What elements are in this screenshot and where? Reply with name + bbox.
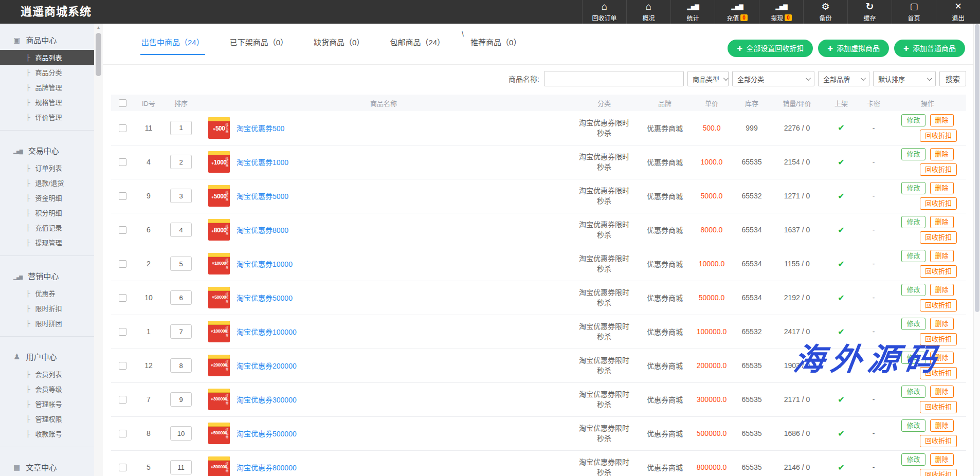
sidebar-scrollbar[interactable] xyxy=(94,24,103,476)
edit-button[interactable]: 修改 xyxy=(901,148,925,160)
sidebar-entry[interactable]: 会员等级 xyxy=(0,381,94,396)
product-name-input[interactable] xyxy=(544,71,684,86)
header-menu-item[interactable]: 概况 xyxy=(626,0,670,24)
row-checkbox[interactable] xyxy=(119,260,126,268)
product-name-link[interactable]: 淘宝优惠券50000 xyxy=(237,292,293,303)
delete-button[interactable]: 删除 xyxy=(930,284,954,296)
recycle-discount-button[interactable]: 回收折扣 xyxy=(920,265,957,278)
row-checkbox[interactable] xyxy=(119,294,126,302)
header-menu-item[interactable]: 备份 xyxy=(803,0,847,24)
header-menu-item[interactable]: 缓存 xyxy=(847,0,892,24)
sort-input[interactable] xyxy=(170,223,192,237)
product-name-link[interactable]: 淘宝优惠券8000 xyxy=(237,225,288,235)
page-scrollbar[interactable] xyxy=(973,24,980,476)
recycle-discount-button[interactable]: 回收折扣 xyxy=(920,367,957,379)
toolbar-button[interactable]: ✚全部设置回收折扣 xyxy=(728,40,813,57)
delete-button[interactable]: 删除 xyxy=(930,182,954,194)
delete-button[interactable]: 删除 xyxy=(930,419,954,432)
delete-button[interactable]: 删除 xyxy=(930,386,954,398)
sidebar-entry[interactable]: 商品分类 xyxy=(0,65,94,80)
delete-button[interactable]: 删除 xyxy=(930,453,954,466)
filter-select[interactable]: 商品类型 xyxy=(687,71,729,86)
product-name-link[interactable]: 淘宝优惠券500000 xyxy=(237,428,297,438)
sidebar-entry[interactable]: 商品列表 xyxy=(0,50,94,65)
sidebar-entry[interactable]: 评价管理 xyxy=(0,109,94,124)
sidebar-entry[interactable]: 规格管理 xyxy=(0,95,94,109)
sidebar-entry[interactable]: 管理帐号 xyxy=(0,396,94,411)
recycle-discount-button[interactable]: 回收折扣 xyxy=(920,333,957,345)
header-menu-item[interactable]: 退出 xyxy=(936,0,980,24)
edit-button[interactable]: 修改 xyxy=(901,114,925,126)
product-name-link[interactable]: 淘宝优惠券5000 xyxy=(237,191,288,201)
edit-button[interactable]: 修改 xyxy=(901,182,925,194)
sidebar-entry[interactable]: 充值记录 xyxy=(0,220,94,235)
sort-input[interactable] xyxy=(170,290,192,305)
tab[interactable]: 缺货商品（0） xyxy=(313,35,365,55)
sidebar-entry[interactable]: 品牌管理 xyxy=(0,80,94,95)
row-checkbox[interactable] xyxy=(119,158,126,166)
product-name-link[interactable]: 淘宝优惠券10000 xyxy=(237,259,293,269)
sidebar-entry[interactable]: 管理权限 xyxy=(0,411,94,426)
filter-select[interactable]: 默认排序 xyxy=(873,71,936,86)
tab[interactable]: 包邮商品（24） xyxy=(389,35,446,55)
edit-button[interactable]: 修改 xyxy=(901,250,925,262)
sort-input[interactable] xyxy=(170,121,192,135)
sidebar-entry[interactable]: 退款/退货 xyxy=(0,175,94,190)
sidebar-entry[interactable]: 交易中心 xyxy=(0,136,94,160)
sidebar-scrollbar-thumb[interactable] xyxy=(96,33,101,76)
row-checkbox[interactable] xyxy=(119,430,126,437)
edit-button[interactable]: 修改 xyxy=(901,352,925,364)
product-name-link[interactable]: 淘宝优惠券300000 xyxy=(237,394,297,405)
edit-button[interactable]: 修改 xyxy=(901,284,925,296)
recycle-discount-button[interactable]: 回收折扣 xyxy=(920,299,957,312)
sidebar-entry[interactable]: 收款账号 xyxy=(0,426,94,441)
product-name-link[interactable]: 淘宝优惠券100000 xyxy=(237,326,297,337)
sort-input[interactable] xyxy=(170,189,192,203)
sort-input[interactable] xyxy=(170,460,192,474)
recycle-discount-button[interactable]: 回收折扣 xyxy=(920,130,957,142)
recycle-discount-button[interactable]: 回收折扣 xyxy=(920,231,957,244)
row-checkbox[interactable] xyxy=(119,464,126,471)
tab[interactable]: 出售中商品（24） xyxy=(140,35,205,55)
recycle-discount-button[interactable]: 回收折扣 xyxy=(920,163,957,176)
delete-button[interactable]: 删除 xyxy=(930,352,954,364)
filter-select[interactable]: 全部分类 xyxy=(732,71,814,86)
header-menu-item[interactable]: 充值 0 xyxy=(715,0,759,24)
edit-button[interactable]: 修改 xyxy=(901,419,925,432)
sidebar-entry[interactable]: 营销中心 xyxy=(0,262,94,286)
header-menu-item[interactable]: 提现 0 xyxy=(759,0,803,24)
recycle-discount-button[interactable]: 回收折扣 xyxy=(920,469,957,476)
sidebar-entry[interactable]: 用户中心 xyxy=(0,342,94,367)
search-button[interactable]: 搜索 xyxy=(939,71,966,86)
recycle-discount-button[interactable]: 回收折扣 xyxy=(920,197,957,210)
edit-button[interactable]: 修改 xyxy=(901,453,925,466)
sidebar-entry[interactable]: 积分明细 xyxy=(0,205,94,220)
row-checkbox[interactable] xyxy=(119,362,126,370)
sort-input[interactable] xyxy=(170,358,192,373)
row-checkbox[interactable] xyxy=(119,328,126,336)
delete-button[interactable]: 删除 xyxy=(930,216,954,228)
edit-button[interactable]: 修改 xyxy=(901,318,925,330)
recycle-discount-button[interactable]: 回收折扣 xyxy=(920,435,957,447)
page-scrollbar-thumb[interactable] xyxy=(975,24,979,312)
header-menu-item[interactable]: 首页 xyxy=(892,0,936,24)
tab[interactable]: 已下架商品（0） xyxy=(229,35,289,55)
sort-input[interactable] xyxy=(170,392,192,407)
row-checkbox[interactable] xyxy=(119,396,126,404)
sidebar-entry[interactable]: 优惠券 xyxy=(0,286,94,301)
delete-button[interactable]: 删除 xyxy=(930,318,954,330)
edit-button[interactable]: 修改 xyxy=(901,386,925,398)
sort-input[interactable] xyxy=(170,324,192,339)
sort-input[interactable] xyxy=(170,155,192,169)
sidebar-entry[interactable]: 资金明细 xyxy=(0,190,94,205)
product-name-link[interactable]: 淘宝优惠券200000 xyxy=(237,360,297,371)
sidebar-entry[interactable]: 文章中心 xyxy=(0,453,94,476)
select-all-checkbox[interactable] xyxy=(119,99,126,107)
filter-select[interactable]: 全部品牌 xyxy=(818,71,869,86)
recycle-discount-button[interactable]: 回收折扣 xyxy=(920,401,957,413)
product-name-link[interactable]: 淘宝优惠券1000 xyxy=(237,157,288,167)
product-name-link[interactable]: 淘宝优惠券800000 xyxy=(237,462,297,472)
sidebar-entry[interactable]: 会员列表 xyxy=(0,367,94,381)
sort-input[interactable] xyxy=(170,426,192,441)
delete-button[interactable]: 删除 xyxy=(930,148,954,160)
